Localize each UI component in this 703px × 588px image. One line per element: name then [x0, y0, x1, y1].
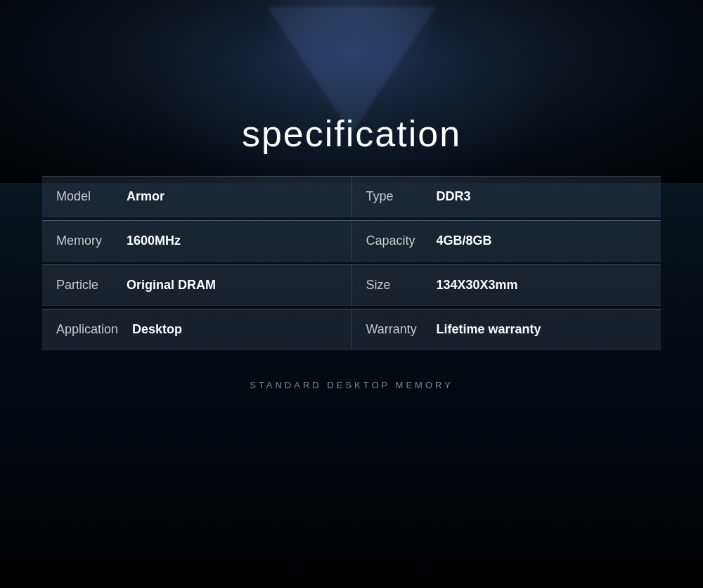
spec-row-4: Application Desktop Warranty Lifetime wa… — [42, 309, 661, 350]
title-section: specification — [0, 0, 703, 176]
capacity-label: Capacity — [366, 234, 423, 248]
application-label: Application — [56, 322, 118, 337]
spec-cell-memory: Memory 1600MHz — [42, 221, 352, 261]
model-label: Model — [56, 189, 112, 204]
memory-label: Memory — [56, 234, 112, 248]
particle-value: Original DRAM — [127, 278, 216, 293]
spec-cell-model: Model Armor — [42, 177, 352, 217]
page-content: specification Model Armor Type DDR3 Memo… — [0, 0, 703, 588]
capacity-value: 4GB/8GB — [437, 234, 492, 248]
spec-cell-capacity: Capacity 4GB/8GB — [352, 221, 662, 261]
spec-row-3: Particle Original DRAM Size 134X30X3mm — [42, 264, 661, 306]
size-label: Size — [366, 278, 423, 293]
model-value: Armor — [127, 189, 165, 204]
page-wrapper: specification Model Armor Type DDR3 Memo… — [0, 0, 703, 588]
page-title: specification — [0, 113, 703, 155]
warranty-label: Warranty — [366, 322, 423, 337]
warranty-value: Lifetime warranty — [437, 322, 541, 337]
spec-cell-warranty: Warranty Lifetime warranty — [352, 309, 662, 350]
application-value: Desktop — [132, 322, 182, 337]
type-value: DDR3 — [437, 189, 471, 204]
spec-cell-particle: Particle Original DRAM — [42, 265, 352, 305]
spec-table: Model Armor Type DDR3 Memory 1600MHz Cap… — [42, 176, 661, 350]
footer-text: STANDARD DESKTOP MEMORY — [250, 380, 453, 390]
spec-row-1: Model Armor Type DDR3 — [42, 176, 661, 217]
spec-cell-size: Size 134X30X3mm — [352, 265, 662, 305]
spec-row-2: Memory 1600MHz Capacity 4GB/8GB — [42, 220, 661, 262]
particle-label: Particle — [56, 278, 112, 293]
memory-value: 1600MHz — [127, 234, 181, 248]
spec-cell-type: Type DDR3 — [352, 177, 662, 217]
footer-section: STANDARD DESKTOP MEMORY — [0, 378, 703, 391]
size-value: 134X30X3mm — [437, 278, 518, 293]
type-label: Type — [366, 189, 423, 204]
spec-cell-application: Application Desktop — [42, 309, 352, 350]
